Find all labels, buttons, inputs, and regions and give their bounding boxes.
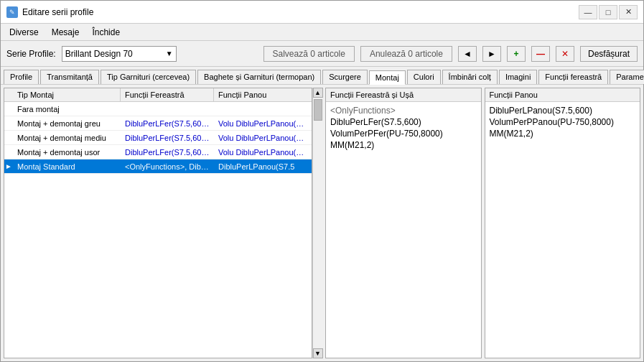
window-controls: — □ ✕	[579, 5, 638, 19]
cell-functii-panou: Volu DibluPerLPanou(S7.5	[214, 132, 312, 144]
app-icon: ✎	[6, 6, 18, 18]
cell-functii-panou: Volu DibluPerLPanou(S7.5	[214, 118, 312, 129]
close-button[interactable]: ✕	[619, 5, 638, 19]
main-window: ✎ Editare serii profile — □ ✕ Diverse Me…	[0, 0, 644, 362]
cell-functii-panou: Volu DibluPerLPanou(S7.5	[214, 147, 312, 158]
tab-parametrii[interactable]: Parametrii Performanță	[610, 70, 644, 84]
tab-baghete[interactable]: Baghete și Garnituri (termopan)	[197, 70, 321, 84]
tab-tip-garnituri[interactable]: Tip Garnituri (cercevea)	[101, 70, 196, 84]
desfasurat-button[interactable]: Desfășurat	[580, 46, 638, 62]
table-row[interactable]: Montaj + demontaj mediu DibluPerLFer(S7.…	[4, 131, 312, 145]
cell-tip-montaj: Montaj + demontaj usor	[13, 147, 121, 158]
table-row[interactable]: ► Montaj Standard <OnlyFunctions>, Diblu…	[4, 159, 312, 174]
cell-functii-fereastra	[121, 108, 214, 111]
cell-functii-fereastra: DibluPerLFer(S7.5,600),	[121, 132, 214, 144]
minimize-button[interactable]: —	[579, 5, 597, 19]
tab-montaj[interactable]: Montaj	[369, 70, 406, 85]
menu-diverse[interactable]: Diverse	[4, 26, 45, 39]
menu-inchide[interactable]: Închide	[86, 26, 126, 39]
title-bar: ✎ Editare serii profile — □ ✕	[1, 1, 643, 24]
cell-tip-montaj: Montaj Standard	[13, 161, 121, 172]
nav-add-button[interactable]: +	[507, 46, 526, 62]
func-item[interactable]: MM(M21,2)	[488, 128, 638, 139]
func-item[interactable]: VolumPerPFer(PU-750,8000)	[329, 128, 478, 139]
cell-functii-fereastra: <OnlyFunctions>, DibluPerLFi	[121, 161, 214, 172]
title-bar-left: ✎ Editare serii profile	[6, 6, 93, 18]
func-fereastra-body[interactable]: <OnlyFunctions> DibluPerLFer(S7.5,600) V…	[326, 102, 481, 358]
tab-culori[interactable]: Culori	[407, 70, 441, 84]
content-area: Tip Montaj Funcții Fereastră Funcții Pan…	[1, 85, 643, 361]
toolbar: Serie Profile: Brillant Design 70 ▼ Salv…	[1, 41, 643, 67]
col-header-functii-fereastra: Funcții Fereastră	[121, 88, 214, 101]
func-fereastra-panel: Funcții Fereastră și Ușă <OnlyFunctions>…	[325, 88, 482, 358]
right-panels: Funcții Fereastră și Ușă <OnlyFunctions>…	[325, 88, 640, 358]
tab-profile[interactable]: Profile	[4, 70, 39, 84]
func-panou-body[interactable]: DibluPerLPanou(S7.5,600) VolumPerPPanou(…	[485, 102, 640, 358]
scroll-up-button[interactable]: ▲	[313, 88, 323, 98]
menu-mesaje[interactable]: Mesaje	[46, 26, 85, 39]
row-arrow: ►	[4, 162, 13, 170]
serie-dropdown[interactable]: Brillant Design 70 ▼	[62, 46, 177, 62]
table-header: Tip Montaj Funcții Fereastră Funcții Pan…	[4, 88, 312, 102]
col-header-tip-montaj: Tip Montaj	[13, 88, 121, 101]
table-row[interactable]: Fara montaj	[4, 102, 312, 116]
tabs-bar: Profile Transmitanță Tip Garnituri (cerc…	[1, 67, 643, 85]
tab-functii-fereastra[interactable]: Funcții fereastră	[538, 70, 608, 84]
tab-imbinari[interactable]: Îmbinări colț	[442, 70, 498, 84]
table-row[interactable]: Montaj + demontaj greu DibluPerLFer(S7.5…	[4, 116, 312, 131]
cell-functii-panou: DibluPerLPanou(S7.5	[214, 161, 312, 172]
window-title: Editare serii profile	[22, 7, 93, 17]
chevron-down-icon: ▼	[166, 50, 173, 57]
arrow-spacer	[4, 88, 13, 101]
serie-label: Serie Profile:	[6, 49, 56, 59]
func-fereastra-title: Funcții Fereastră și Ușă	[326, 88, 481, 102]
cell-tip-montaj: Montaj + demontaj mediu	[13, 132, 121, 144]
func-panou-panel: Funcții Panou DibluPerLPanou(S7.5,600) V…	[485, 88, 641, 358]
cell-tip-montaj: Fara montaj	[13, 103, 121, 115]
nav-prev-button[interactable]: ◄	[458, 46, 477, 62]
tab-transmitanta[interactable]: Transmitanță	[40, 70, 99, 84]
func-item[interactable]: DibluPerLFer(S7.5,600)	[329, 116, 478, 128]
cancel-button[interactable]: Anul​ează 0 articole	[360, 46, 452, 62]
maximize-button[interactable]: □	[599, 5, 617, 19]
cell-functii-fereastra: DibluPerLFer(S7.5,600),	[121, 118, 214, 129]
func-item[interactable]: VolumPerPPanou(PU-750,8000)	[488, 116, 638, 128]
serie-value: Brillant Design 70	[65, 49, 133, 59]
tab-scurgere[interactable]: Scurgere	[322, 70, 368, 84]
func-panou-title: Funcții Panou	[485, 88, 640, 102]
menu-bar: Diverse Mesaje Închide	[1, 24, 643, 41]
table-body[interactable]: Fara montaj Montaj + demontaj greu Diblu…	[4, 102, 312, 358]
func-item[interactable]: MM(M21,2)	[329, 139, 478, 151]
left-panel-wrapper: Tip Montaj Funcții Fereastră Funcții Pan…	[4, 88, 322, 358]
nav-delete-button[interactable]: ✕	[556, 46, 574, 62]
cell-tip-montaj: Montaj + demontaj greu	[13, 118, 121, 129]
nav-remove-button[interactable]: —	[531, 46, 550, 62]
scroll-thumb[interactable]	[314, 99, 322, 121]
scroll-down-button[interactable]: ▼	[313, 348, 323, 358]
montaj-table: Tip Montaj Funcții Fereastră Funcții Pan…	[4, 88, 312, 358]
func-item[interactable]: <OnlyFunctions>	[329, 105, 478, 116]
table-scrollbar[interactable]: ▲ ▼	[312, 88, 322, 358]
cell-functii-fereastra: DibluPerLFer(S7.5,600),	[121, 147, 214, 158]
col-header-functii-panou: Funcții Panou	[214, 88, 312, 101]
tab-imagini[interactable]: Imagini	[499, 70, 537, 84]
table-row[interactable]: Montaj + demontaj usor DibluPerLFer(S7.5…	[4, 145, 312, 159]
func-item[interactable]: DibluPerLPanou(S7.5,600)	[488, 105, 638, 116]
save-button[interactable]: Salvează 0 articole	[263, 46, 355, 62]
nav-next-button[interactable]: ►	[482, 46, 501, 62]
cell-functii-panou	[214, 108, 312, 111]
